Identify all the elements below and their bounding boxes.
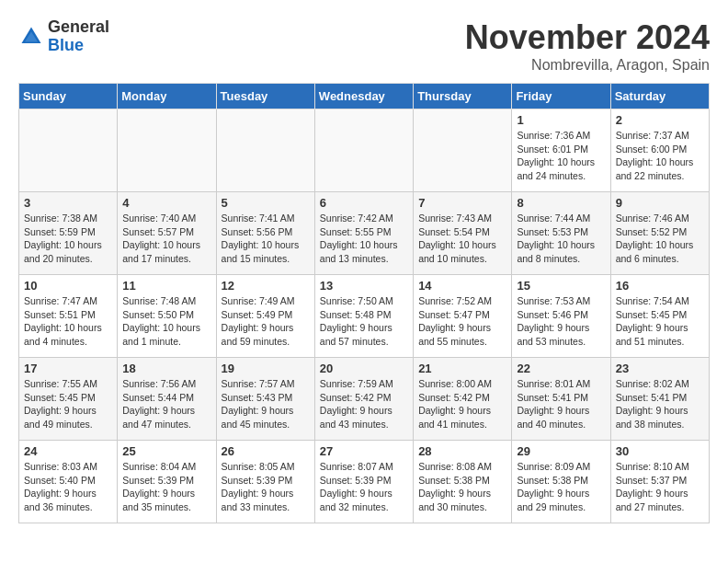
day-info: Sunrise: 8:05 AM Sunset: 5:39 PM Dayligh… xyxy=(222,460,310,514)
day-number: 3 xyxy=(24,196,112,210)
calendar-cell: 24Sunrise: 8:03 AM Sunset: 5:40 PM Dayli… xyxy=(19,441,118,523)
day-number: 2 xyxy=(616,113,704,127)
calendar-cell: 8Sunrise: 7:44 AM Sunset: 5:53 PM Daylig… xyxy=(512,192,610,275)
day-number: 8 xyxy=(517,196,605,210)
calendar-cell: 12Sunrise: 7:49 AM Sunset: 5:49 PM Dayli… xyxy=(216,275,314,358)
day-info: Sunrise: 7:54 AM Sunset: 5:45 PM Dayligh… xyxy=(616,294,704,349)
calendar-cell: 15Sunrise: 7:53 AM Sunset: 5:46 PM Dayli… xyxy=(512,275,610,358)
day-info: Sunrise: 7:57 AM Sunset: 5:43 PM Dayligh… xyxy=(222,377,310,431)
day-info: Sunrise: 7:42 AM Sunset: 5:55 PM Dayligh… xyxy=(320,212,408,266)
day-number: 10 xyxy=(24,279,112,293)
day-info: Sunrise: 7:44 AM Sunset: 5:53 PM Dayligh… xyxy=(517,212,605,266)
calendar-cell: 11Sunrise: 7:48 AM Sunset: 5:50 PM Dayli… xyxy=(118,275,216,358)
day-info: Sunrise: 7:48 AM Sunset: 5:50 PM Dayligh… xyxy=(122,294,210,349)
day-info: Sunrise: 7:41 AM Sunset: 5:56 PM Dayligh… xyxy=(222,212,310,266)
logo-text: General Blue xyxy=(48,18,109,55)
day-number: 12 xyxy=(222,279,310,293)
calendar-cell: 16Sunrise: 7:54 AM Sunset: 5:45 PM Dayli… xyxy=(610,275,709,358)
calendar-cell: 30Sunrise: 8:10 AM Sunset: 5:37 PM Dayli… xyxy=(610,441,709,523)
day-number: 15 xyxy=(517,279,605,293)
calendar-cell: 17Sunrise: 7:55 AM Sunset: 5:45 PM Dayli… xyxy=(19,358,118,441)
day-number: 18 xyxy=(122,362,210,375)
calendar-cell: 5Sunrise: 7:41 AM Sunset: 5:56 PM Daylig… xyxy=(216,192,314,275)
calendar-cell: 25Sunrise: 8:04 AM Sunset: 5:39 PM Dayli… xyxy=(118,441,216,523)
day-info: Sunrise: 7:59 AM Sunset: 5:42 PM Dayligh… xyxy=(320,377,408,431)
day-number: 24 xyxy=(24,444,112,458)
day-number: 20 xyxy=(320,362,408,375)
calendar-cell: 2Sunrise: 7:37 AM Sunset: 6:00 PM Daylig… xyxy=(610,109,709,192)
header-row: SundayMondayTuesdayWednesdayThursdayFrid… xyxy=(19,84,710,109)
day-info: Sunrise: 7:36 AM Sunset: 6:01 PM Dayligh… xyxy=(517,129,605,183)
day-number: 26 xyxy=(222,444,310,458)
calendar-cell: 13Sunrise: 7:50 AM Sunset: 5:48 PM Dayli… xyxy=(314,275,413,358)
day-info: Sunrise: 7:37 AM Sunset: 6:00 PM Dayligh… xyxy=(616,129,704,183)
day-number: 30 xyxy=(616,444,704,458)
week-row-4: 24Sunrise: 8:03 AM Sunset: 5:40 PM Dayli… xyxy=(19,441,710,523)
day-number: 14 xyxy=(418,279,506,293)
day-info: Sunrise: 8:01 AM Sunset: 5:41 PM Dayligh… xyxy=(517,377,605,431)
title-area: November 2024 Nombrevilla, Aragon, Spain xyxy=(465,18,710,74)
day-number: 11 xyxy=(122,279,210,293)
calendar-cell: 28Sunrise: 8:08 AM Sunset: 5:38 PM Dayli… xyxy=(414,441,512,523)
day-number: 16 xyxy=(616,279,704,293)
calendar-cell xyxy=(314,109,413,192)
day-header-wednesday: Wednesday xyxy=(314,84,413,109)
calendar-cell: 23Sunrise: 8:02 AM Sunset: 5:41 PM Dayli… xyxy=(610,358,709,441)
day-info: Sunrise: 7:52 AM Sunset: 5:47 PM Dayligh… xyxy=(418,294,506,349)
week-row-2: 10Sunrise: 7:47 AM Sunset: 5:51 PM Dayli… xyxy=(19,275,710,358)
day-header-monday: Monday xyxy=(118,84,216,109)
day-info: Sunrise: 7:46 AM Sunset: 5:52 PM Dayligh… xyxy=(616,212,704,266)
day-number: 27 xyxy=(320,444,408,458)
day-info: Sunrise: 7:40 AM Sunset: 5:57 PM Dayligh… xyxy=(122,212,210,266)
day-info: Sunrise: 7:47 AM Sunset: 5:51 PM Dayligh… xyxy=(24,294,112,349)
day-number: 17 xyxy=(24,362,112,375)
logo-blue: Blue xyxy=(48,37,109,55)
day-number: 4 xyxy=(122,196,210,210)
day-number: 1 xyxy=(517,113,605,127)
week-row-1: 3Sunrise: 7:38 AM Sunset: 5:59 PM Daylig… xyxy=(19,192,710,275)
day-number: 22 xyxy=(517,362,605,375)
day-info: Sunrise: 8:07 AM Sunset: 5:39 PM Dayligh… xyxy=(320,460,408,514)
day-header-saturday: Saturday xyxy=(610,84,709,109)
day-header-thursday: Thursday xyxy=(414,84,512,109)
calendar-cell xyxy=(216,109,314,192)
calendar-cell: 3Sunrise: 7:38 AM Sunset: 5:59 PM Daylig… xyxy=(19,192,118,275)
day-number: 6 xyxy=(320,196,408,210)
calendar-cell: 9Sunrise: 7:46 AM Sunset: 5:52 PM Daylig… xyxy=(610,192,709,275)
calendar-cell xyxy=(19,109,118,192)
calendar-cell: 22Sunrise: 8:01 AM Sunset: 5:41 PM Dayli… xyxy=(512,358,610,441)
calendar-cell: 27Sunrise: 8:07 AM Sunset: 5:39 PM Dayli… xyxy=(314,441,413,523)
logo-general: General xyxy=(48,18,109,37)
day-header-tuesday: Tuesday xyxy=(216,84,314,109)
calendar-cell xyxy=(118,109,216,192)
calendar-cell: 26Sunrise: 8:05 AM Sunset: 5:39 PM Dayli… xyxy=(216,441,314,523)
day-info: Sunrise: 8:08 AM Sunset: 5:38 PM Dayligh… xyxy=(418,460,506,514)
day-info: Sunrise: 7:50 AM Sunset: 5:48 PM Dayligh… xyxy=(320,294,408,349)
logo: General Blue xyxy=(18,18,109,55)
day-info: Sunrise: 8:00 AM Sunset: 5:42 PM Dayligh… xyxy=(418,377,506,431)
calendar-cell: 4Sunrise: 7:40 AM Sunset: 5:57 PM Daylig… xyxy=(118,192,216,275)
calendar-cell xyxy=(414,109,512,192)
day-info: Sunrise: 7:43 AM Sunset: 5:54 PM Dayligh… xyxy=(418,212,506,266)
day-info: Sunrise: 7:55 AM Sunset: 5:45 PM Dayligh… xyxy=(24,377,112,431)
calendar-cell: 14Sunrise: 7:52 AM Sunset: 5:47 PM Dayli… xyxy=(414,275,512,358)
day-header-sunday: Sunday xyxy=(19,84,118,109)
day-number: 25 xyxy=(122,444,210,458)
calendar-cell: 1Sunrise: 7:36 AM Sunset: 6:01 PM Daylig… xyxy=(512,109,610,192)
day-info: Sunrise: 7:56 AM Sunset: 5:44 PM Dayligh… xyxy=(122,377,210,431)
month-title: November 2024 xyxy=(465,18,710,57)
day-number: 19 xyxy=(222,362,310,375)
day-info: Sunrise: 7:53 AM Sunset: 5:46 PM Dayligh… xyxy=(517,294,605,349)
day-number: 29 xyxy=(517,444,605,458)
calendar-cell: 19Sunrise: 7:57 AM Sunset: 5:43 PM Dayli… xyxy=(216,358,314,441)
calendar-cell: 29Sunrise: 8:09 AM Sunset: 5:38 PM Dayli… xyxy=(512,441,610,523)
header: General Blue November 2024 Nombrevilla, … xyxy=(18,18,710,74)
logo-icon xyxy=(18,24,44,50)
calendar-cell: 18Sunrise: 7:56 AM Sunset: 5:44 PM Dayli… xyxy=(118,358,216,441)
day-number: 21 xyxy=(418,362,506,375)
week-row-0: 1Sunrise: 7:36 AM Sunset: 6:01 PM Daylig… xyxy=(19,109,710,192)
calendar-cell: 6Sunrise: 7:42 AM Sunset: 5:55 PM Daylig… xyxy=(314,192,413,275)
day-number: 23 xyxy=(616,362,704,375)
calendar-table: SundayMondayTuesdayWednesdayThursdayFrid… xyxy=(18,83,710,523)
day-header-friday: Friday xyxy=(512,84,610,109)
